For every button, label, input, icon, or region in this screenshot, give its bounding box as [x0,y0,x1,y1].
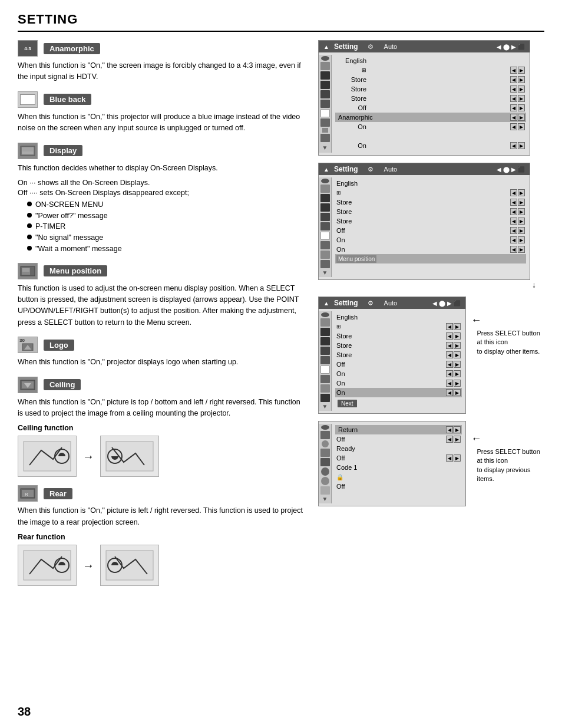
rear-diagram-row: → [18,545,306,586]
p3-sb-3 [320,328,330,336]
display-off-text: Off ···· sets On-Screen Displays disappe… [18,189,306,197]
p3-arrows-7: ◀▶ [446,380,461,387]
ceiling-text: When this function is "On," picture is t… [18,397,306,420]
panel1-row-3: Store ◀▶ [335,84,526,94]
p3-sb-10 [320,394,330,402]
anamorphic-header: 4:3 Anamorphic [18,40,306,57]
blue-back-text: When this function is "On," this project… [18,111,306,134]
content-layout: 4:3 Anamorphic When this function is "On… [18,40,544,594]
p4-sb-7 [321,477,329,485]
panel1-sidebar: ▼ [319,55,332,153]
anamorphic-label: Anamorphic [44,43,100,54]
panel1-header-controls: ◀⬤▶⬛ [497,44,525,50]
blue-back-header: Blue back [18,91,306,108]
bullet-5: "Wait a moment" message [27,243,306,255]
bullet-4: "No signal" message [27,232,306,243]
p2-sb-5 [320,213,330,221]
logo-icon: 30 [18,337,38,353]
panel1-val-3: Store [336,85,369,93]
panel1-container: ▲ Setting ⚙ Auto ◀⬤▶⬛ [318,40,542,156]
menu-position-label: Menu position [44,265,107,276]
p2-arrows-2: ◀▶ [510,199,525,206]
p2-row-5: Off ◀▶ [335,226,526,235]
panel1-row-7: On ◀▶ [335,122,526,131]
panel1-header: ▲ Setting ⚙ Auto ◀⬤▶⬛ [319,41,530,52]
panel4-note-arrow: ← [471,433,481,445]
p4-sb-4 [320,449,330,457]
sidebar-icon-3 [320,71,330,80]
p4-sb-5 [320,458,330,466]
rear-label: Rear [44,488,72,499]
panel3-body: ▼ English ⊞ ◀▶ Store [319,309,465,413]
blue-back-label: Blue back [44,94,91,105]
p3-row-0: English [335,312,462,322]
p4-sb-down: ▼ [322,496,328,502]
ceiling-diagram-before [18,436,77,477]
sidebar-icon-8 [320,118,330,127]
section-display: Display This function decides whether to… [18,143,306,255]
panel1-row-9: On ◀▶ [335,141,526,150]
p3-sb-4 [320,337,330,345]
p2-sb-3 [320,194,330,202]
panel3-auto: Auto [384,299,398,307]
p3-sb-9 [320,384,330,393]
anamorphic-icon: 4:3 [18,40,38,57]
display-intro: This function decides whether to display… [18,163,306,174]
p2-sb-2 [320,185,330,193]
panel1-val-7: On [336,123,369,130]
ceiling-diagram-after [100,436,159,477]
panel4-sidebar: ▼ [319,424,332,503]
p3-sb-8 [320,375,330,383]
panel1-row-2: Store ◀▶ [335,75,526,84]
ceiling-diagram-section: Ceiling function → [18,424,306,477]
p4-sb-8 [320,486,330,495]
panel1-val-1: ⊞ [336,67,369,73]
panel3-header: ▲ Setting ⚙ Auto ◀⬤▶⬛ [319,297,465,309]
panel4-note-container: ← Press SELECT button at this icon to di… [471,433,542,484]
menu-position-icon [18,263,38,279]
p4-arrows-3: ◀▶ [446,454,461,462]
sidebar-icon-10 [320,134,330,142]
p2-row-8: Menu position [335,254,526,263]
rear-header: R Rear [18,485,306,502]
panel1-val-9: On [336,142,369,149]
p3-row-3: Store ◀▶ [335,341,462,350]
ui-panel-2: ▲ Setting ⚙ Auto ◀⬤▶⬛ [318,163,530,280]
panel1-arrows-3: ◀▶ [510,85,525,93]
rear-text: When this function is "On," picture is l… [18,505,306,528]
bullet-dot-2 [27,213,32,218]
p2-sb-7 [320,232,330,240]
p3-arrows-6: ◀▶ [446,370,461,377]
panel2-main: English ⊞ ◀▶ Store ◀▶ Store [332,177,530,277]
next-button[interactable]: Next [338,400,357,407]
bullet-3: P-TIMER [27,221,306,232]
p3-row-7: On ◀▶ [335,378,462,388]
ui-panel-4: ▼ Return ◀▶ Off ◀▶ [318,421,466,506]
p3-sb-5 [320,347,330,355]
panel3-main: English ⊞ ◀▶ Store ◀▶ Store [332,311,465,411]
p3-sb-7 [320,365,330,374]
bullet-2: "Power off?" message [27,210,306,222]
display-label: Display [44,145,82,156]
panel1-row-5: Off ◀▶ [335,103,526,113]
panel1-main: English ⊞ ◀▶ Store ◀▶ Store [332,55,530,153]
panel3-note-container: ← Press SELECT button at this icon to di… [471,314,542,356]
panel4-body: ▼ Return ◀▶ Off ◀▶ [319,421,465,506]
bullet-1: ON-SCREEN MENU [27,199,306,210]
ui-panel-1: ▲ Setting ⚙ Auto ◀⬤▶⬛ [318,40,530,156]
panel3-note-arrow: ← [471,314,481,327]
p3-row-2: Store ◀▶ [335,331,462,341]
right-column: ▲ Setting ⚙ Auto ◀⬤▶⬛ [318,40,542,594]
p4-row-4: Code 1 [335,463,462,472]
p2-arrows-4: ◀▶ [510,218,525,225]
p2-arrows-7: ◀▶ [510,246,525,253]
p2-row-2: Store ◀▶ [335,197,526,207]
section-logo: 30 Logo When this function is "On," proj… [18,337,306,368]
panel3-sidebar: ▼ [319,311,332,411]
section-ceiling: Ceiling When this function is "On," pict… [18,377,306,477]
page-number: 38 [18,705,31,719]
bullet-dot-1 [27,202,32,206]
panel3-container: ▲ Setting ⚙ Auto ◀⬤▶⬛ [318,297,542,414]
panel1-arrows-1: ◀▶ [510,67,525,74]
panel1-val-5: Off [336,104,369,111]
